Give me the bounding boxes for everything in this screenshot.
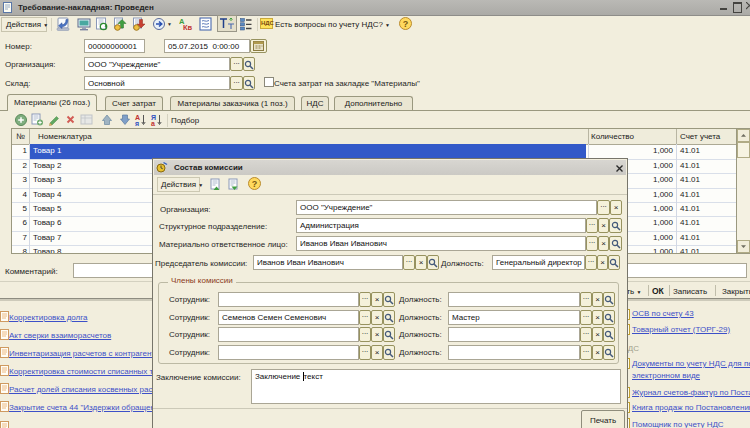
svg-text:я: я (135, 120, 139, 127)
svg-text:Кв: Кв (183, 23, 193, 31)
svg-text:?: ? (252, 179, 258, 189)
svg-text:а: а (151, 120, 155, 127)
svg-text:?: ? (403, 19, 409, 29)
